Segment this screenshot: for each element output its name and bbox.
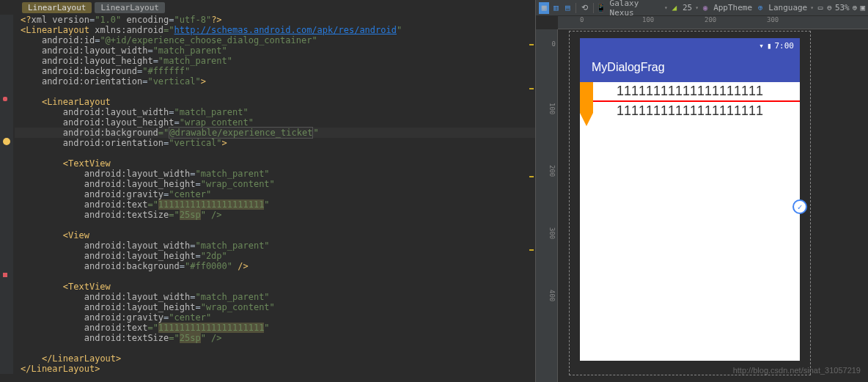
preview-content: 11111111111111111111 1111111111111111111… — [580, 82, 800, 361]
code-line: <LinearLayout xmlns:android="http://sche… — [15, 25, 535, 35]
stripe-warn[interactable] — [529, 88, 534, 89]
stripe-warn[interactable] — [529, 176, 534, 177]
zoom-in-icon[interactable]: ⊕ — [853, 3, 858, 12]
breadcrumb-child[interactable]: LinearLayout — [95, 2, 164, 13]
code-line — [15, 271, 535, 282]
code-line: </LinearLayout> — [15, 364, 535, 374]
code-line: android:layout_width="match_parent" — [15, 107, 535, 117]
code-line: android:gravity="center" — [15, 189, 535, 199]
code-line: android:background="#ff0000" /> — [15, 261, 535, 271]
zoom-fit-icon[interactable]: ▣ — [860, 3, 865, 12]
ruler-horizontal: 0 100 200 300 — [558, 16, 868, 29]
both-view-icon[interactable]: ▤ — [562, 2, 573, 14]
code-line: android:layout_height="wrap_content" — [15, 117, 535, 128]
code-line: android:orientation="vertical"> — [15, 138, 535, 148]
code-line: <View — [15, 230, 535, 240]
theme-icon[interactable]: ◉ — [700, 2, 710, 14]
variant-icon[interactable]: ▭ — [815, 2, 825, 14]
code-line: android:layout_width="match_parent" — [15, 292, 535, 302]
preview-time: 7:00 — [775, 41, 795, 51]
code-line: android:orientation="vertical"> — [15, 76, 535, 87]
code-line — [15, 343, 535, 353]
error-mark[interactable] — [3, 273, 7, 277]
code-line: <TextView — [15, 282, 535, 292]
code-line — [15, 220, 535, 230]
code-line: android:background="@drawable/experience… — [15, 128, 535, 138]
preview-pane: ▦ ▥ ▤ ⟲ 📱 Galaxy Nexus▾ ◢ 25▾ ◉ AppTheme… — [535, 0, 868, 382]
stripe-warn[interactable] — [529, 249, 534, 251]
warning-bulb-icon[interactable] — [3, 138, 10, 145]
api-selector[interactable]: 25 — [681, 3, 694, 12]
wifi-icon: ▾ — [759, 41, 764, 51]
theme-selector[interactable]: AppTheme — [712, 3, 754, 12]
code-line: </LinearLayout> — [15, 353, 535, 364]
zoom-controls: ⊖ 53% ⊕ ▣ — [827, 3, 865, 12]
code-line: android:gravity="center" — [15, 312, 535, 323]
code-line — [15, 148, 535, 158]
language-icon[interactable]: ⊕ — [755, 2, 765, 14]
code-line: <LinearLayout — [15, 97, 535, 107]
breadcrumb-root[interactable]: LinearLayout — [22, 2, 92, 13]
breakpoint-mark[interactable] — [3, 97, 7, 101]
code-line: android:text="11111111111111111111" — [15, 323, 535, 333]
code-line: android:textSize="25sp" /> — [15, 333, 535, 343]
code-line: android:layout_height="2dp" — [15, 251, 535, 261]
preview-status-bar: ▾ ▮ 7:00 — [580, 38, 800, 53]
stripe-warn[interactable] — [529, 44, 534, 45]
code-line: android:text="11111111111111111111" — [15, 199, 535, 210]
error-stripe[interactable] — [528, 15, 535, 374]
code-line — [15, 87, 535, 97]
code-line: <TextView — [15, 158, 535, 169]
preview-app-bar: MyDialogFrag — [580, 53, 800, 82]
code-line: <?xml version="1.0" encoding="utf-8"?> — [15, 15, 535, 25]
gutter — [0, 15, 13, 374]
code-line: android:layout_width="match_parent" — [15, 240, 535, 251]
code-line: android:layout_height="wrap_content" — [15, 302, 535, 312]
code-line: android:layout_width="match_parent" — [15, 169, 535, 179]
code-line: android:layout_height="wrap_content" — [15, 179, 535, 189]
code-line: android:id="@+id/experience_choose_dialo… — [15, 35, 535, 45]
code-line: android:textSize="25sp" /> — [15, 210, 535, 220]
zoom-out-icon[interactable]: ⊖ — [827, 3, 832, 12]
blueprint-view-icon[interactable]: ▥ — [551, 2, 561, 14]
language-selector[interactable]: Language — [767, 3, 809, 12]
device-preview[interactable]: ▾ ▮ 7:00 MyDialogFrag 111111111111111111… — [580, 38, 800, 361]
design-toolbar: ▦ ▥ ▤ ⟲ 📱 Galaxy Nexus▾ ◢ 25▾ ◉ AppTheme… — [536, 0, 868, 16]
android-icon[interactable]: ◢ — [669, 2, 680, 14]
check-badge-icon[interactable]: ✓ — [792, 199, 807, 214]
device-icon[interactable]: 📱 — [596, 2, 606, 14]
design-view-icon[interactable]: ▦ — [539, 2, 549, 14]
preview-text-1: 11111111111111111111 — [580, 82, 800, 100]
code-line: android:background="#ffffff" — [15, 66, 535, 76]
code-editor[interactable]: <?xml version="1.0" encoding="utf-8"?> <… — [0, 15, 535, 374]
preview-text-2: 11111111111111111111 — [580, 102, 800, 120]
code-line: android:layout_height="match_parent" — [15, 56, 535, 66]
zoom-level[interactable]: 53% — [835, 3, 850, 12]
breadcrumb: LinearLayout LinearLayout — [0, 0, 535, 15]
orientation-icon[interactable]: ⟲ — [579, 2, 589, 14]
device-selector[interactable]: Galaxy Nexus — [608, 0, 663, 18]
battery-icon: ▮ — [767, 41, 772, 51]
ruler-vertical: 0 100 200 300 400 — [536, 29, 558, 382]
editor-pane: LinearLayout LinearLayout <?xml version=… — [0, 0, 535, 382]
preview-title: MyDialogFrag — [592, 61, 665, 74]
design-surface[interactable]: 0 100 200 300 0 100 200 300 400 ▾ ▮ 7:00… — [536, 16, 868, 382]
watermark: http://blog.csdn.net/sinat_31057219 — [733, 366, 861, 375]
code-line: android:layout_width="match_parent" — [15, 45, 535, 56]
